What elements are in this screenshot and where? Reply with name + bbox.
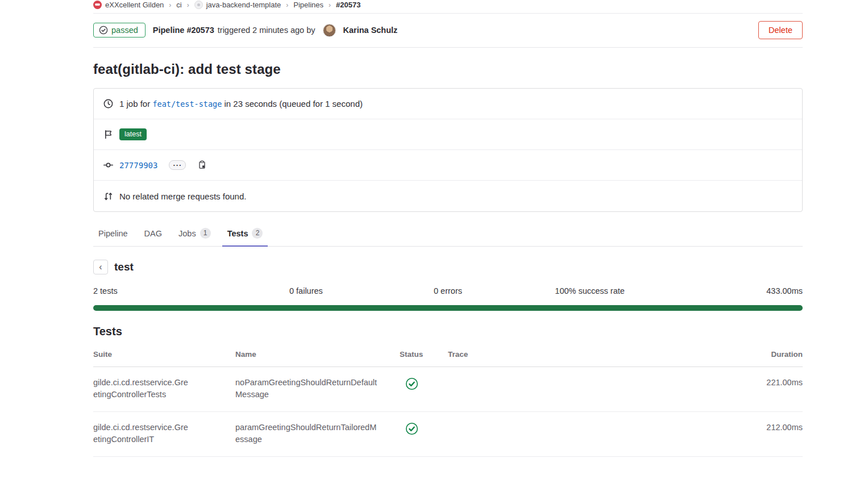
commit-row: 27779903 ··· — [94, 150, 802, 181]
job-summary-text: 1 job for feat/test-stage in 23 seconds … — [119, 99, 363, 109]
triggered-text: triggered 2 minutes ago by — [218, 26, 315, 35]
breadcrumb-label[interactable]: java-backend-template — [206, 1, 281, 9]
project-avatar — [194, 1, 203, 9]
check-circle-icon — [99, 26, 108, 35]
pipeline-id-label: Pipeline #20573 — [153, 26, 214, 35]
stat-duration: 433.00ms — [661, 286, 803, 295]
tab-jobs[interactable]: Jobs 1 — [173, 223, 216, 246]
stat-total-tests: 2 tests — [93, 286, 235, 295]
pipeline-info-box: 1 job for feat/test-stage in 23 seconds … — [93, 88, 803, 212]
group-avatar — [93, 1, 102, 9]
breadcrumb-label[interactable]: eXXcellent Gilden — [105, 1, 164, 9]
duration-cell: 212.00ms — [732, 422, 803, 434]
user-name-link[interactable]: Karina Schulz — [343, 26, 397, 35]
flag-icon — [103, 130, 113, 139]
breadcrumb-separator: › — [329, 1, 331, 9]
page-title: feat(gitlab-ci): add test stage — [93, 61, 803, 77]
tab-label: Tests — [227, 229, 248, 238]
breadcrumb-current-pipeline: #20573 — [336, 1, 360, 9]
breadcrumb-separator: › — [169, 1, 171, 9]
back-to-summary-button[interactable]: ‹ — [93, 260, 108, 274]
tab-label: DAG — [144, 229, 162, 238]
copy-commit-sha-button[interactable] — [197, 160, 206, 170]
test-name: noParamGreetingShouldReturnDefaultMessag… — [235, 377, 377, 401]
table-row: gilde.ci.cd.restservice.GreetingControll… — [93, 412, 803, 457]
no-merge-requests-text: No related merge requests found. — [119, 191, 246, 201]
tab-tests[interactable]: Tests 2 — [222, 223, 268, 246]
delete-pipeline-button[interactable]: Delete — [758, 21, 803, 39]
column-header-suite: Suite — [93, 350, 235, 359]
latest-badge-row: latest — [94, 119, 802, 150]
tests-section-heading: Tests — [93, 325, 803, 338]
column-header-name: Name — [235, 350, 400, 359]
test-status-success-icon — [405, 422, 418, 435]
success-progress-bar — [93, 305, 803, 311]
pipeline-tabs: Pipeline DAG Jobs 1 Tests 2 — [93, 223, 803, 247]
suite-name: gilde.ci.cd.restservice.GreetingControll… — [93, 422, 189, 446]
job-summary-suffix: in 23 seconds (queued for 1 second) — [224, 99, 363, 109]
breadcrumb-separator: › — [286, 1, 288, 9]
job-summary-row: 1 job for feat/test-stage in 23 seconds … — [94, 89, 802, 119]
merge-requests-row: No related merge requests found. — [94, 181, 802, 211]
compare-arrows-icon — [103, 191, 113, 201]
pipeline-trigger-info: Pipeline #20573 triggered 2 minutes ago … — [153, 24, 398, 37]
tab-dag[interactable]: DAG — [139, 223, 167, 246]
commit-sha-link[interactable]: 27779903 — [119, 161, 157, 170]
stat-failures: 0 failures — [235, 286, 377, 295]
branch-link[interactable]: feat/test-stage — [152, 99, 222, 109]
stat-errors: 0 errors — [377, 286, 519, 295]
suite-name: gilde.ci.cd.restservice.GreetingControll… — [93, 377, 189, 401]
expand-commit-message-button[interactable]: ··· — [169, 160, 186, 170]
breadcrumb: eXXcellent Gilden › ci › java-backend-te… — [93, 0, 803, 14]
status-cell — [400, 422, 448, 439]
name-cell: noParamGreetingShouldReturnDefaultMessag… — [235, 377, 400, 401]
tests-table-header: Suite Name Status Trace Duration — [93, 343, 803, 367]
test-name: paramGreetingShouldReturnTailoredMessage — [235, 422, 377, 446]
job-summary-prefix: 1 job for — [119, 99, 150, 109]
status-cell — [400, 377, 448, 394]
column-header-trace: Trace — [448, 350, 732, 359]
tab-label: Pipeline — [98, 229, 128, 238]
breadcrumb-project-link[interactable]: java-backend-template — [194, 1, 281, 9]
breadcrumb-subgroup-link[interactable]: ci — [176, 1, 181, 9]
clipboard-copy-icon — [198, 160, 206, 169]
column-header-duration: Duration — [732, 350, 803, 359]
user-avatar[interactable] — [323, 24, 336, 37]
test-suite-title: test — [114, 261, 134, 273]
pipeline-status-bar: passed Pipeline #20573 triggered 2 minut… — [93, 14, 803, 48]
suite-cell: gilde.ci.cd.restservice.GreetingControll… — [93, 377, 235, 401]
commit-icon — [103, 160, 113, 170]
name-cell: paramGreetingShouldReturnTailoredMessage — [235, 422, 400, 446]
test-suite-stats: 2 tests 0 failures 0 errors 100% success… — [93, 286, 803, 295]
clock-icon — [103, 99, 113, 109]
breadcrumb-label[interactable]: ci — [176, 1, 181, 9]
test-suite-header: ‹ test — [93, 260, 803, 274]
status-badge-label: passed — [111, 26, 138, 35]
breadcrumb-pipelines-link[interactable]: Pipelines — [293, 1, 323, 9]
breadcrumb-group-link[interactable]: eXXcellent Gilden — [93, 1, 164, 9]
suite-cell: gilde.ci.cd.restservice.GreetingControll… — [93, 422, 235, 446]
pipeline-status-badge[interactable]: passed — [93, 23, 146, 38]
latest-badge[interactable]: latest — [119, 128, 147, 140]
tab-pipeline[interactable]: Pipeline — [93, 223, 133, 246]
test-status-success-icon — [405, 377, 418, 390]
tests-count-badge: 2 — [252, 228, 263, 239]
stat-success-rate: 100% success rate — [519, 286, 661, 295]
jobs-count-badge: 1 — [200, 228, 211, 239]
tests-table: Suite Name Status Trace Duration gilde.c… — [93, 343, 803, 457]
table-row: gilde.ci.cd.restservice.GreetingControll… — [93, 367, 803, 412]
column-header-status: Status — [400, 350, 448, 359]
duration-cell: 221.00ms — [732, 377, 803, 389]
pipeline-page: eXXcellent Gilden › ci › java-backend-te… — [93, 0, 803, 457]
breadcrumb-label[interactable]: Pipelines — [293, 1, 323, 9]
tab-label: Jobs — [178, 229, 196, 238]
breadcrumb-separator: › — [187, 1, 189, 9]
